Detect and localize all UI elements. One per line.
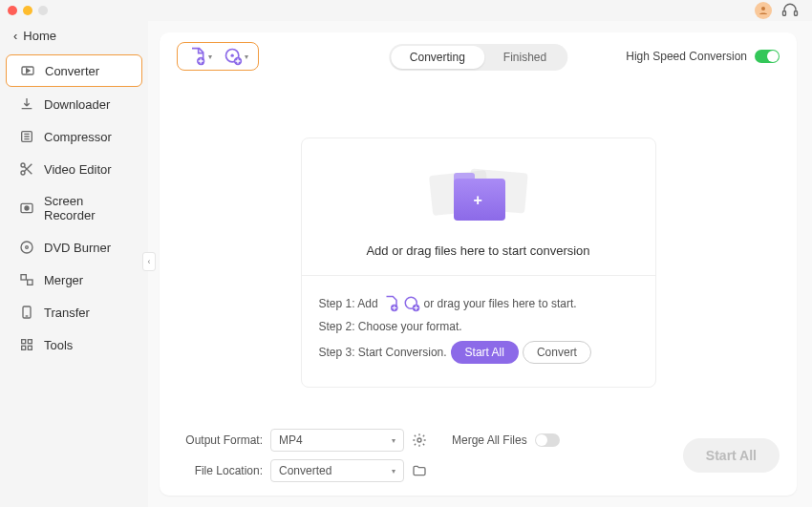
record-icon: [19, 201, 34, 216]
file-add-icon: [382, 295, 399, 312]
sidebar-item-downloader[interactable]: Downloader: [6, 89, 142, 119]
close-window-button[interactable]: [8, 6, 17, 15]
drop-text: Add or drag files here to start conversi…: [302, 243, 655, 258]
svg-point-6: [21, 163, 25, 167]
folder-open-icon[interactable]: [412, 463, 427, 478]
sidebar-item-label: Screen Recorder: [44, 194, 129, 222]
add-file-button[interactable]: ▾: [187, 47, 212, 66]
avatar[interactable]: [755, 2, 772, 19]
file-location-value: Converted: [279, 464, 331, 477]
toolbar: ▾ ▾ Converting Finished High Speed Conve…: [160, 32, 797, 80]
titlebar: [0, 0, 812, 21]
sidebar-item-label: Downloader: [44, 97, 110, 112]
chevron-down-icon: ▾: [208, 53, 212, 61]
tab-finished[interactable]: Finished: [484, 46, 566, 69]
add-buttons-group: ▾ ▾: [177, 42, 259, 71]
disc-add-icon: [224, 47, 243, 66]
sidebar-item-label: DVD Burner: [44, 241, 111, 255]
svg-point-7: [21, 171, 25, 175]
output-format-label: Output Format:: [177, 433, 263, 447]
svg-point-10: [21, 242, 32, 253]
high-speed-toggle[interactable]: [755, 50, 780, 63]
window-controls: [8, 6, 48, 15]
file-location-label: File Location:: [177, 464, 263, 477]
transfer-icon: [19, 305, 34, 320]
sidebar-item-label: Tools: [44, 338, 73, 352]
sidebar-item-tools[interactable]: Tools: [6, 329, 142, 360]
start-all-button[interactable]: Start All: [683, 438, 780, 473]
svg-rect-18: [28, 346, 32, 349]
output-format-select[interactable]: MP4 ▾: [270, 429, 404, 452]
merge-label: Merge All Files: [452, 433, 527, 447]
sidebar-item-label: Compressor: [44, 130, 112, 144]
status-tabs: Converting Finished: [389, 44, 567, 71]
sidebar-item-label: Merger: [44, 273, 83, 287]
download-icon: [19, 96, 34, 112]
disc-icon: [19, 240, 34, 255]
sidebar-item-label: Converter: [45, 64, 99, 78]
merge-icon: [19, 272, 34, 287]
svg-rect-15: [22, 340, 26, 344]
step-1: Step 1: Add or drag your files here to s…: [319, 295, 638, 312]
svg-point-0: [761, 7, 765, 11]
output-format-value: MP4: [279, 433, 303, 447]
svg-rect-1: [783, 11, 786, 16]
main-area: ▾ ▾ Converting Finished High Speed Conve…: [148, 21, 812, 507]
home-label: Home: [23, 29, 56, 43]
step-3: Step 3: Start Conversion. Start All Conv…: [319, 341, 638, 364]
back-chevron-icon: ‹: [13, 29, 17, 43]
convert-example-button[interactable]: Convert: [523, 341, 591, 364]
collapse-sidebar-button[interactable]: ‹: [142, 252, 156, 271]
start-all-example-button[interactable]: Start All: [451, 341, 519, 364]
grid-icon: [19, 337, 34, 352]
disc-add-icon: [403, 295, 420, 312]
minimize-window-button[interactable]: [23, 6, 32, 15]
svg-rect-13: [28, 280, 32, 285]
svg-rect-2: [795, 11, 798, 16]
chevron-down-icon: ▾: [245, 53, 248, 61]
file-add-icon: [187, 47, 206, 66]
svg-rect-12: [21, 275, 26, 280]
folder-add-illustration: +: [431, 165, 526, 232]
sidebar: ‹ Home Converter Downloader Compressor V…: [0, 21, 148, 507]
step1-prefix: Step 1: Add: [319, 297, 378, 310]
converter-icon: [20, 63, 35, 78]
svg-point-21: [231, 54, 234, 57]
sidebar-item-merger[interactable]: Merger: [6, 264, 142, 295]
maximize-window-button[interactable]: [38, 6, 48, 15]
compressor-icon: [19, 129, 34, 144]
svg-marker-4: [27, 69, 30, 73]
sidebar-item-compressor[interactable]: Compressor: [6, 121, 142, 152]
step1-suffix: or drag your files here to start.: [424, 297, 577, 310]
step-2: Step 2: Choose your format.: [319, 320, 638, 333]
gear-icon[interactable]: [412, 433, 427, 448]
drop-zone[interactable]: + Add or drag files here to start conver…: [301, 137, 656, 388]
sidebar-item-video-editor[interactable]: Video Editor: [6, 154, 142, 184]
sidebar-item-transfer[interactable]: Transfer: [6, 297, 142, 327]
support-icon[interactable]: [781, 2, 799, 19]
sidebar-item-converter[interactable]: Converter: [6, 54, 142, 87]
footer-bar: Output Format: MP4 ▾ Merge All Files Fil…: [160, 419, 797, 496]
sidebar-item-label: Transfer: [44, 306, 90, 320]
home-link[interactable]: ‹ Home: [0, 23, 148, 53]
step3-text: Step 3: Start Conversion.: [319, 346, 447, 359]
sidebar-item-label: Video Editor: [44, 162, 112, 177]
svg-rect-17: [22, 346, 26, 349]
file-location-select[interactable]: Converted ▾: [270, 459, 404, 482]
svg-rect-16: [28, 340, 32, 344]
high-speed-label: High Speed Conversion: [626, 50, 747, 63]
chevron-down-icon: ▾: [392, 467, 395, 475]
chevron-down-icon: ▾: [392, 436, 395, 445]
scissors-icon: [19, 161, 34, 177]
merge-toggle[interactable]: [535, 433, 560, 447]
tab-converting[interactable]: Converting: [391, 46, 484, 69]
add-disc-button[interactable]: ▾: [224, 47, 248, 66]
sidebar-item-dvd-burner[interactable]: DVD Burner: [6, 232, 142, 263]
svg-point-9: [25, 206, 29, 210]
sidebar-item-screen-recorder[interactable]: Screen Recorder: [6, 186, 142, 230]
svg-point-11: [26, 246, 29, 249]
svg-point-26: [417, 438, 421, 442]
